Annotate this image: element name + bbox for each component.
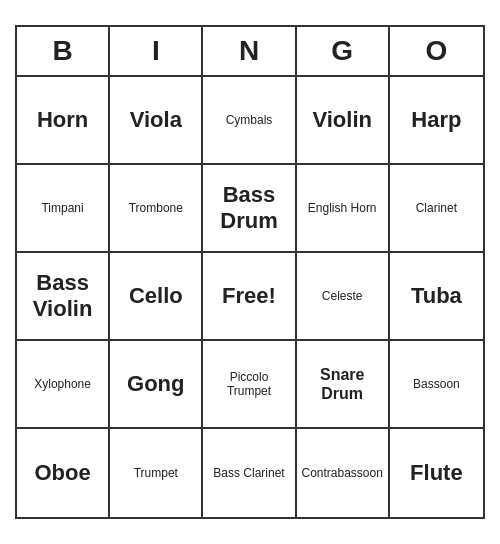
bingo-cell-7: Bass Drum	[203, 165, 296, 253]
bingo-cell-0: Horn	[17, 77, 110, 165]
bingo-cell-20: Oboe	[17, 429, 110, 517]
cell-text-20: Oboe	[34, 460, 90, 486]
cell-text-9: Clarinet	[416, 201, 457, 215]
cell-text-24: Flute	[410, 460, 463, 486]
bingo-cell-5: Timpani	[17, 165, 110, 253]
bingo-cell-23: Contrabassoon	[297, 429, 390, 517]
bingo-header: BINGO	[17, 27, 483, 77]
bingo-cell-16: Gong	[110, 341, 203, 429]
bingo-cell-9: Clarinet	[390, 165, 483, 253]
bingo-cell-17: Piccolo Trumpet	[203, 341, 296, 429]
header-letter-n: N	[203, 27, 296, 75]
bingo-cell-19: Bassoon	[390, 341, 483, 429]
cell-text-2: Cymbals	[226, 113, 273, 127]
bingo-cell-22: Bass Clarinet	[203, 429, 296, 517]
bingo-cell-2: Cymbals	[203, 77, 296, 165]
bingo-cell-6: Trombone	[110, 165, 203, 253]
cell-text-22: Bass Clarinet	[213, 466, 284, 480]
cell-text-6: Trombone	[129, 201, 183, 215]
header-letter-o: O	[390, 27, 483, 75]
header-letter-i: I	[110, 27, 203, 75]
header-letter-b: B	[17, 27, 110, 75]
bingo-cell-12: Free!	[203, 253, 296, 341]
bingo-cell-4: Harp	[390, 77, 483, 165]
cell-text-21: Trumpet	[134, 466, 178, 480]
cell-text-13: Celeste	[322, 289, 363, 303]
cell-text-3: Violin	[312, 107, 372, 133]
bingo-cell-10: Bass Violin	[17, 253, 110, 341]
cell-text-0: Horn	[37, 107, 88, 133]
cell-text-4: Harp	[411, 107, 461, 133]
cell-text-5: Timpani	[41, 201, 83, 215]
bingo-cell-21: Trumpet	[110, 429, 203, 517]
header-letter-g: G	[297, 27, 390, 75]
bingo-cell-13: Celeste	[297, 253, 390, 341]
cell-text-14: Tuba	[411, 283, 462, 309]
bingo-cell-3: Violin	[297, 77, 390, 165]
cell-text-11: Cello	[129, 283, 183, 309]
cell-text-10: Bass Violin	[21, 270, 104, 323]
cell-text-7: Bass Drum	[207, 182, 290, 235]
bingo-cell-18: Snare Drum	[297, 341, 390, 429]
bingo-cell-11: Cello	[110, 253, 203, 341]
cell-text-1: Viola	[130, 107, 182, 133]
cell-text-17: Piccolo Trumpet	[207, 370, 290, 399]
cell-text-18: Snare Drum	[301, 365, 384, 403]
cell-text-12: Free!	[222, 283, 276, 309]
bingo-cell-14: Tuba	[390, 253, 483, 341]
cell-text-8: English Horn	[308, 201, 377, 215]
bingo-grid: HornViolaCymbalsViolinHarpTimpaniTrombon…	[17, 77, 483, 517]
bingo-cell-15: Xylophone	[17, 341, 110, 429]
cell-text-16: Gong	[127, 371, 184, 397]
cell-text-15: Xylophone	[34, 377, 91, 391]
bingo-card: BINGO HornViolaCymbalsViolinHarpTimpaniT…	[15, 25, 485, 519]
bingo-cell-8: English Horn	[297, 165, 390, 253]
bingo-cell-1: Viola	[110, 77, 203, 165]
cell-text-19: Bassoon	[413, 377, 460, 391]
cell-text-23: Contrabassoon	[302, 466, 383, 480]
bingo-cell-24: Flute	[390, 429, 483, 517]
